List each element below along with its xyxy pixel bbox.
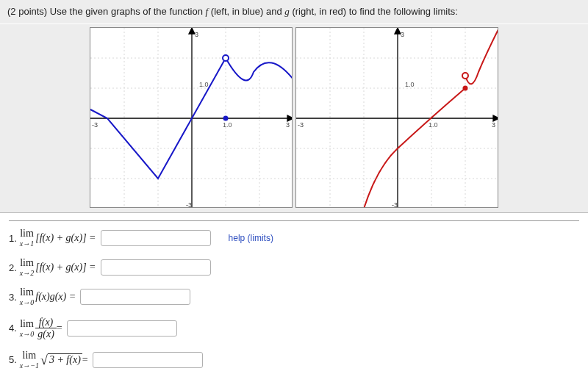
f-desc: (left, in blue) and	[211, 6, 282, 17]
graphs-container: 1.0 1.0 -3 3 -3 3	[0, 24, 588, 212]
lim-sub: x→0	[20, 331, 34, 338]
problem-header: (2 points) Use the given graphs of the f…	[0, 0, 588, 24]
q1-expression: [f(x) + g(x)] =	[35, 232, 96, 244]
question-4: 4. lim x→0 f(x) g(x) =	[9, 317, 579, 340]
open-circle-icon	[223, 55, 229, 61]
help-link[interactable]: help (limits)	[229, 233, 273, 243]
answers-section: 1. lim x→1 [f(x) + g(x)] = help (limits)…	[0, 212, 588, 377]
y-max-label: 3	[195, 31, 198, 38]
lim-sub: x→1	[20, 240, 34, 248]
y-tick-label: 1.0	[199, 81, 209, 88]
q1-answer-input[interactable]	[101, 230, 211, 246]
lim-sub: x→−1	[20, 362, 39, 370]
radicand: 3 + f(x)	[48, 353, 82, 366]
svg-marker-11	[189, 28, 195, 34]
q4-after: =	[57, 323, 62, 334]
x-max-label: 3	[492, 121, 495, 129]
frac-den: g(x)	[35, 328, 57, 339]
q1-number: 1.	[9, 233, 17, 244]
lim-word: lim	[20, 319, 34, 329]
question-5: 5. lim x→−1 √ 3 + f(x) =	[9, 350, 579, 370]
q5-answer-input[interactable]	[93, 352, 203, 368]
svg-marker-23	[395, 28, 401, 34]
open-circle-icon	[462, 73, 468, 79]
graph-g: 1.0 1.0 -3 3 -3 3	[295, 27, 498, 208]
x-tick-label: 1.0	[429, 121, 438, 129]
q2-answer-input[interactable]	[101, 259, 211, 276]
x-min-label: -3	[92, 121, 98, 129]
svg-marker-22	[493, 115, 498, 121]
q5-after: =	[82, 354, 88, 366]
lim-word: lim	[20, 287, 34, 298]
q2-number: 2.	[9, 262, 17, 273]
q4-number: 4.	[9, 323, 17, 334]
svg-marker-10	[287, 115, 293, 121]
q3-number: 3.	[9, 292, 17, 303]
graph-f: 1.0 1.0 -3 3 -3 3	[90, 27, 293, 208]
q4-answer-input[interactable]	[67, 320, 177, 337]
q5-number: 5.	[9, 354, 17, 365]
x-max-label: 3	[286, 121, 290, 129]
divider	[9, 220, 579, 221]
y-max-label: 3	[401, 31, 404, 38]
q2-expression: [f(x) + g(x)] =	[35, 262, 96, 273]
lim-word: lim	[20, 258, 34, 268]
y-tick-label: 1.0	[405, 81, 415, 88]
sqrt-icon: √	[40, 353, 48, 367]
lim-sub: x→0	[20, 299, 34, 306]
q3-answer-input[interactable]	[80, 289, 190, 305]
g-symbol: g	[284, 6, 290, 17]
y-min-label: -3	[392, 201, 398, 208]
lim-word: lim	[20, 229, 34, 239]
instruction-text: Use the given graphs of the function	[50, 6, 203, 17]
f-symbol: f	[206, 6, 209, 17]
y-min-label: -3	[186, 201, 192, 208]
graph-g-svg: 1.0 1.0 -3 3 -3 3	[296, 28, 498, 208]
question-2: 2. lim x→2 [f(x) + g(x)] =	[9, 258, 579, 277]
lim-sub: x→2	[20, 270, 34, 277]
points-label: (2 points)	[7, 6, 47, 17]
question-3: 3. lim x→0 f(x)g(x) =	[9, 287, 579, 306]
q3-expression: f(x)g(x) =	[35, 291, 76, 303]
lim-word: lim	[20, 350, 39, 361]
x-tick-label: 1.0	[223, 121, 232, 129]
g-desc: (right, in red) to find the following li…	[292, 6, 457, 17]
frac-num: f(x)	[35, 317, 57, 328]
closed-circle-icon	[223, 116, 229, 121]
question-1: 1. lim x→1 [f(x) + g(x)] = help (limits)	[9, 229, 579, 248]
x-min-label: -3	[298, 121, 304, 129]
closed-circle-icon	[462, 86, 467, 91]
graph-f-svg: 1.0 1.0 -3 3 -3 3	[90, 28, 293, 208]
g-curve-segment2	[465, 28, 498, 84]
